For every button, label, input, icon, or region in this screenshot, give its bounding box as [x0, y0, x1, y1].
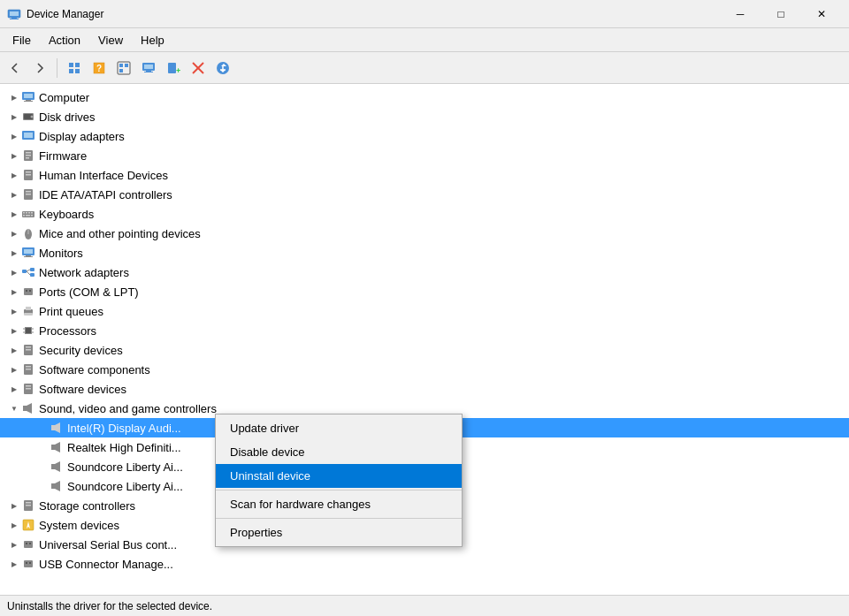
icon-keyboards	[21, 207, 35, 221]
svg-rect-88	[51, 425, 55, 430]
expander-usb-serial	[7, 537, 21, 551]
svg-rect-78	[26, 346, 31, 348]
svg-rect-53	[31, 215, 33, 217]
icon-usb-connector	[21, 557, 35, 571]
label-ide: IDE ATA/ATAPI controllers	[39, 188, 172, 202]
back-button[interactable]	[4, 57, 27, 80]
view-button[interactable]	[63, 57, 86, 80]
icon-monitors	[21, 246, 35, 260]
computer-button[interactable]	[137, 57, 160, 80]
svg-rect-58	[26, 255, 31, 256]
svg-rect-5	[75, 63, 80, 67]
icon-disk-drives	[21, 110, 35, 124]
context-menu-update-driver[interactable]: Update driver	[216, 416, 462, 440]
label-soundcore2: Soundcore Liberty Ai...	[67, 480, 183, 493]
tree-item-display-adapters[interactable]: Display adapters	[0, 126, 849, 146]
expander-software-components	[7, 362, 21, 376]
svg-rect-37	[26, 152, 31, 154]
expander-realtek	[35, 440, 50, 454]
svg-marker-93	[55, 461, 60, 472]
tree-item-usb-connector[interactable]: USB Connector Manage...	[0, 554, 849, 574]
label-display-adapters: Display adapters	[39, 130, 125, 143]
label-software-components: Software components	[39, 363, 150, 376]
icon-storage	[21, 498, 35, 513]
scan-icon	[117, 61, 131, 75]
context-menu-properties[interactable]: Properties	[216, 521, 462, 544]
close-button[interactable]: ✕	[801, 0, 842, 28]
svg-rect-62	[30, 273, 34, 277]
help-button[interactable]: ?	[88, 57, 111, 80]
context-menu-disable-device[interactable]: Disable device	[216, 440, 462, 464]
tree-item-keyboards[interactable]: Keyboards	[0, 204, 849, 224]
svg-text:?: ?	[96, 64, 102, 73]
label-monitors: Monitors	[39, 247, 83, 260]
svg-rect-72	[26, 328, 31, 333]
minimize-button[interactable]: ─	[720, 0, 761, 28]
forward-button[interactable]	[28, 57, 51, 80]
expander-soundcore1	[35, 460, 50, 474]
add-driver-button[interactable]: +	[162, 57, 185, 80]
app-icon	[7, 7, 21, 21]
expander-processors	[7, 323, 21, 338]
tree-item-mice[interactable]: Mice and other pointing devices	[0, 224, 849, 243]
menu-help[interactable]: Help	[132, 30, 173, 50]
expander-storage	[7, 498, 21, 513]
tree-item-processors[interactable]: Processors	[0, 321, 849, 340]
svg-rect-70	[24, 313, 33, 316]
svg-rect-59	[24, 256, 33, 257]
tree-item-ide[interactable]: IDE ATA/ATAPI controllers	[0, 185, 849, 204]
menu-view[interactable]: View	[89, 30, 132, 50]
expander-mice	[7, 226, 21, 240]
view-icon	[67, 61, 81, 75]
icon-intel-audio	[50, 421, 64, 435]
forward-icon	[33, 61, 47, 75]
svg-rect-102	[26, 543, 27, 544]
expander-computer	[7, 90, 21, 104]
svg-rect-30	[24, 101, 33, 102]
label-software-devices: Software devices	[39, 383, 126, 396]
expander-system	[7, 518, 21, 532]
tree-item-software-components[interactable]: Software components	[0, 360, 849, 379]
tree-item-firmware[interactable]: Firmware	[0, 146, 849, 165]
label-usb-serial: Universal Serial Bus cont...	[39, 538, 177, 551]
svg-rect-101	[24, 541, 33, 548]
svg-rect-81	[26, 366, 31, 368]
tree-item-disk-drives[interactable]: Disk drives	[0, 107, 849, 126]
context-menu-scan-hardware[interactable]: Scan for hardware changes	[216, 492, 462, 516]
menu-file[interactable]: File	[4, 30, 40, 50]
svg-rect-35	[24, 133, 33, 138]
download-button[interactable]	[211, 57, 234, 80]
svg-rect-51	[23, 215, 25, 217]
icon-display-adapters	[21, 129, 35, 143]
tree-item-software-devices[interactable]: Software devices	[0, 379, 849, 399]
label-sound: Sound, video and game controllers	[39, 402, 217, 415]
tree-item-monitors[interactable]: Monitors	[0, 243, 849, 262]
tree-item-computer[interactable]: Computer	[0, 87, 849, 107]
svg-rect-3	[10, 19, 19, 19]
label-security: Security devices	[39, 344, 123, 357]
svg-rect-69	[26, 307, 31, 310]
svg-rect-104	[24, 560, 33, 567]
remove-button[interactable]	[187, 57, 210, 80]
expander-security	[7, 343, 21, 357]
tree-item-ports[interactable]: Ports (COM & LPT)	[0, 282, 849, 301]
svg-rect-1	[10, 11, 19, 16]
svg-rect-41	[26, 171, 31, 173]
svg-rect-6	[69, 69, 73, 73]
toolbar: ? +	[0, 52, 849, 84]
download-icon	[216, 61, 230, 75]
scan-button[interactable]	[112, 57, 135, 80]
context-menu-uninstall-device[interactable]: Uninstall device	[216, 464, 462, 488]
svg-rect-84	[26, 385, 31, 387]
icon-ports	[21, 285, 35, 299]
tree-item-hid[interactable]: Human Interface Devices	[0, 165, 849, 185]
maximize-button[interactable]: □	[761, 0, 801, 28]
svg-rect-11	[119, 64, 123, 67]
tree-item-security[interactable]: Security devices	[0, 340, 849, 360]
tree-item-print[interactable]: Print queues	[0, 301, 849, 321]
label-realtek: Realtek High Definiti...	[67, 441, 181, 454]
label-intel-audio: Intel(R) Display Audi...	[67, 422, 181, 435]
menu-action[interactable]: Action	[40, 30, 89, 50]
menu-bar: File Action View Help	[0, 28, 849, 52]
tree-item-network[interactable]: Network adapters	[0, 262, 849, 282]
